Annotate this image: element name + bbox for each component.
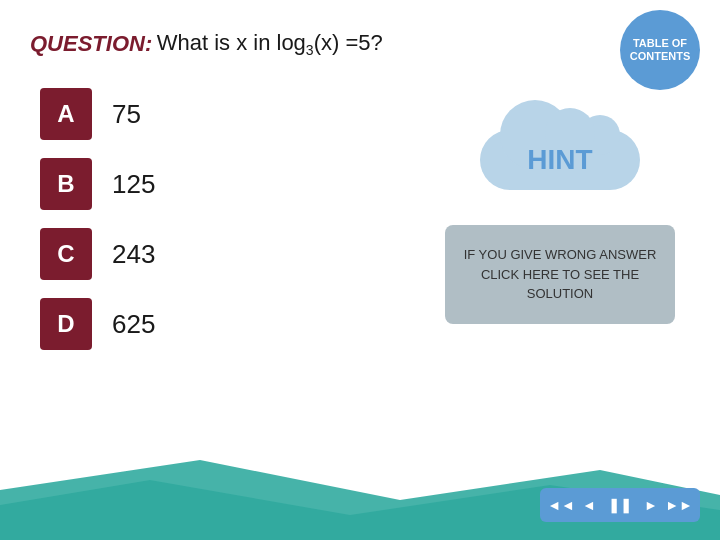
toc-button[interactable]: TABLE OFCONTENTS (620, 10, 700, 90)
nav-bar: ◄◄ ◄ ❚❚ ► ►► (540, 488, 700, 522)
question-label: QUESTION: (30, 31, 152, 57)
nav-next-next-button[interactable]: ►► (668, 494, 690, 516)
nav-pause-button[interactable]: ❚❚ (606, 494, 634, 516)
answer-value-b[interactable]: 125 (112, 169, 155, 200)
hint-label: HINT (527, 144, 592, 176)
nav-prev-prev-button[interactable]: ◄◄ (550, 494, 572, 516)
answer-letter-d[interactable]: D (40, 298, 92, 350)
nav-next-button[interactable]: ► (640, 494, 662, 516)
answer-row-a: A 75 (40, 88, 690, 140)
answer-letter-a[interactable]: A (40, 88, 92, 140)
answer-letter-c[interactable]: C (40, 228, 92, 280)
answers-section: A 75 B 125 C 243 D 625 (40, 88, 690, 350)
answer-row-d: D 625 (40, 298, 690, 350)
answer-row-c: C 243 (40, 228, 690, 280)
nav-prev-button[interactable]: ◄ (578, 494, 600, 516)
question-text: What is x in log3(x) =5? (157, 30, 383, 58)
answer-value-d[interactable]: 625 (112, 309, 155, 340)
answer-value-a[interactable]: 75 (112, 99, 141, 130)
toc-label: TABLE OFCONTENTS (630, 37, 691, 63)
answer-value-c[interactable]: 243 (112, 239, 155, 270)
question-row: QUESTION: What is x in log3(x) =5? (30, 30, 690, 58)
answer-letter-b[interactable]: B (40, 158, 92, 210)
